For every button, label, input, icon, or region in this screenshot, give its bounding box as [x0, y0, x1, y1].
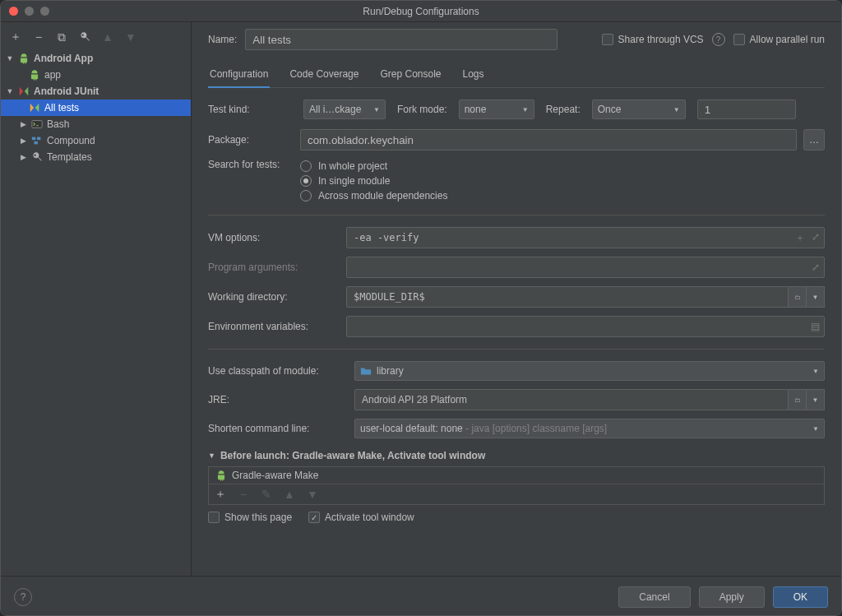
radio-icon — [300, 175, 312, 187]
module-icon — [360, 366, 372, 376]
checkbox-label: Show this page — [224, 512, 292, 523]
chevron-down-icon: ▼ — [208, 452, 215, 460]
tree-label: app — [44, 69, 61, 81]
config-tree: ▼ Android App app ▼ Android JUnit All te… — [1, 49, 191, 167]
activate-tool-window-checkbox[interactable]: Activate tool window — [308, 512, 414, 523]
add-macro-icon[interactable]: ＋ — [795, 231, 805, 245]
sidebar-toolbar: ＋ − ⧉ ▲ ▼ — [1, 27, 191, 49]
tree-android-app[interactable]: ▼ Android App — [1, 50, 191, 67]
tab-bar: Configuration Code Coverage Grep Console… — [208, 63, 825, 88]
select-value: library — [377, 365, 404, 377]
classpath-label: Use classpath of module: — [208, 365, 346, 377]
help-icon[interactable]: ? — [712, 33, 725, 46]
tab-code-coverage[interactable]: Code Coverage — [288, 63, 360, 87]
svg-rect-2 — [37, 137, 40, 141]
folder-icon[interactable]: 🗀 — [789, 389, 807, 410]
separator — [208, 349, 825, 350]
tree-android-junit[interactable]: ▼ Android JUnit — [1, 83, 191, 100]
compound-icon — [31, 135, 43, 146]
share-vcs-checkbox[interactable]: Share through VCS — [602, 34, 704, 45]
copy-icon[interactable]: ⧉ — [55, 30, 68, 44]
working-dir-label: Working directory: — [208, 291, 338, 303]
tree-bash[interactable]: ▶ Bash — [1, 116, 191, 132]
expand-icon[interactable]: ⤢ — [812, 262, 820, 273]
tab-grep-console[interactable]: Grep Console — [378, 63, 442, 87]
tree-templates[interactable]: ▶ Templates — [1, 149, 191, 165]
shorten-label: Shorten command line: — [208, 423, 346, 434]
tab-configuration[interactable]: Configuration — [208, 63, 270, 88]
ok-button[interactable]: OK — [773, 586, 828, 608]
name-input[interactable] — [245, 29, 557, 50]
repeat-count-input[interactable] — [697, 100, 796, 119]
before-launch-header[interactable]: ▼ Before launch: Gradle-aware Make, Acti… — [208, 450, 825, 461]
program-args-input[interactable] — [346, 257, 825, 278]
chevron-down-icon: ▼ — [812, 425, 819, 433]
allow-parallel-checkbox[interactable]: Allow parallel run — [733, 34, 825, 45]
before-launch-item[interactable]: Gradle-aware Make — [209, 467, 824, 484]
shorten-select[interactable]: user-local default: none - java [options… — [354, 419, 825, 438]
browse-package-button[interactable]: … — [803, 129, 825, 151]
before-launch-title: Before launch: Gradle-aware Make, Activa… — [220, 450, 485, 461]
fork-mode-select[interactable]: none▼ — [459, 100, 534, 119]
repeat-select[interactable]: Once▼ — [592, 100, 686, 119]
working-dir-input[interactable] — [346, 286, 789, 308]
add-icon[interactable]: ＋ — [9, 30, 22, 44]
expand-icon[interactable]: ⤢ — [812, 231, 820, 245]
tree-all-tests[interactable]: All tests — [1, 100, 191, 116]
jre-input[interactable]: Android API 28 Platform — [354, 389, 789, 410]
wrench-icon — [31, 151, 43, 163]
select-hint: - java [options] classname [args] — [463, 423, 607, 434]
chevron-right-icon: ▶ — [19, 120, 27, 128]
radio-label: Across module dependencies — [318, 190, 447, 201]
junit-icon — [18, 86, 30, 97]
main-panel: Name: Share through VCS ? Allow parallel… — [192, 22, 841, 576]
android-icon — [215, 470, 227, 481]
tree-label: Android JUnit — [34, 86, 99, 97]
wrench-icon[interactable] — [78, 30, 91, 44]
package-label: Package: — [208, 134, 292, 146]
show-this-page-checkbox[interactable]: Show this page — [208, 512, 292, 523]
tree-label: Templates — [47, 151, 92, 163]
tab-logs[interactable]: Logs — [461, 63, 486, 87]
env-vars-input[interactable] — [346, 316, 825, 337]
radio-across-deps[interactable]: Across module dependencies — [300, 188, 447, 203]
env-vars-label: Environment variables: — [208, 321, 338, 332]
test-kind-select[interactable]: All i…ckage▼ — [303, 100, 386, 119]
chevron-down-icon[interactable]: ▼ — [807, 389, 825, 410]
radio-label: In single module — [318, 175, 390, 187]
radio-whole-project[interactable]: In whole project — [300, 159, 447, 174]
package-input[interactable] — [300, 129, 797, 151]
chevron-right-icon: ▶ — [19, 137, 27, 145]
select-value: All i…ckage — [309, 104, 361, 115]
classpath-select[interactable]: library ▼ — [354, 361, 825, 381]
up-icon: ▲ — [283, 488, 296, 501]
remove-icon[interactable]: − — [32, 30, 45, 44]
tree-app[interactable]: app — [1, 67, 191, 83]
chevron-right-icon: ▶ — [19, 153, 27, 161]
checkbox-icon — [308, 512, 320, 523]
list-icon[interactable]: ▤ — [811, 321, 820, 332]
svg-rect-0 — [32, 121, 42, 128]
radio-single-module[interactable]: In single module — [300, 174, 447, 188]
checkbox-icon — [602, 34, 613, 45]
android-icon — [29, 69, 40, 81]
test-kind-label: Test kind: — [208, 104, 292, 115]
android-icon — [18, 53, 30, 64]
chevron-down-icon: ▼ — [812, 368, 819, 375]
cancel-button[interactable]: Cancel — [618, 586, 690, 608]
add-icon[interactable]: ＋ — [214, 488, 227, 501]
apply-button[interactable]: Apply — [699, 586, 765, 608]
select-value: user-local default: none — [360, 423, 463, 434]
tree-compound[interactable]: ▶ Compound — [1, 132, 191, 149]
folder-icon[interactable]: 🗀 — [789, 286, 807, 308]
checkbox-label: Share through VCS — [618, 34, 704, 45]
help-button[interactable]: ? — [14, 588, 32, 606]
chevron-down-icon: ▼ — [673, 106, 680, 113]
before-launch-toolbar: ＋ − ✎ ▲ ▼ — [209, 484, 824, 504]
chevron-down-icon[interactable]: ▼ — [807, 286, 825, 308]
vm-options-input[interactable] — [346, 227, 825, 248]
zoom-window-icon — [40, 7, 49, 16]
bash-icon — [31, 118, 43, 130]
close-window-icon[interactable] — [9, 7, 18, 16]
chevron-down-icon: ▼ — [522, 106, 529, 113]
